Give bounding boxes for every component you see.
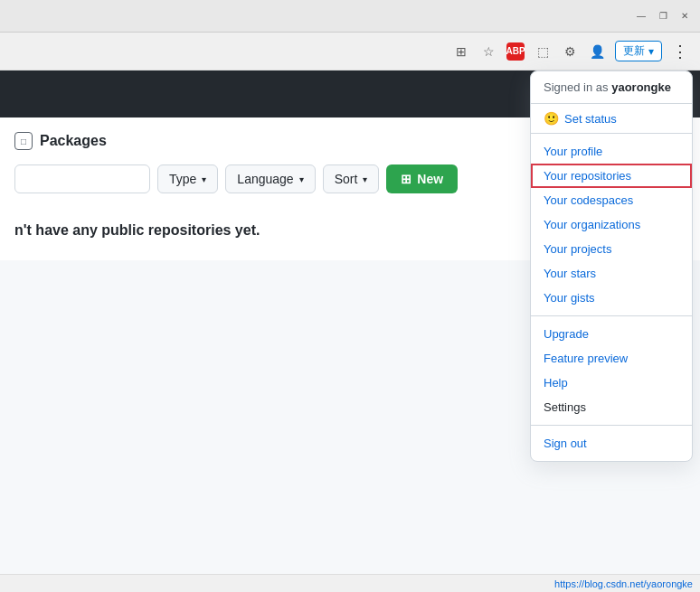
your-gists-link[interactable]: Your gists <box>531 286 692 310</box>
close-button[interactable]: ✕ <box>676 8 693 24</box>
nav-section-1: Your profile Your repositories Your code… <box>531 134 692 316</box>
account-icon[interactable]: 👤 <box>588 42 606 61</box>
type-chevron-icon: ▾ <box>202 174 206 184</box>
browser-chrome: — ❐ ✕ <box>0 0 700 33</box>
status-url: https://blog.csdn.net/yaorongke <box>554 578 693 589</box>
packages-label: Packages <box>40 133 107 149</box>
packages-icon: □ <box>14 132 33 150</box>
feature-preview-link[interactable]: Feature preview <box>531 346 692 371</box>
signout-section: Sign out <box>531 426 692 461</box>
your-repositories-link[interactable]: Your repositories <box>531 164 692 188</box>
set-status-button[interactable]: 🙂 Set status <box>531 104 692 134</box>
update-button[interactable]: 更新 ▾ <box>615 41 662 61</box>
cast-icon[interactable]: ⬚ <box>534 42 552 61</box>
browser-toolbar: ⊞ ☆ ABP ⬚ ⚙ 👤 更新 ▾ ⋮ <box>0 33 700 70</box>
update-chevron-icon: ▾ <box>648 45 654 58</box>
star-icon[interactable]: ☆ <box>479 42 497 61</box>
filter-input[interactable] <box>14 164 150 193</box>
smiley-icon: 🙂 <box>544 111 559 126</box>
signed-in-status: Signed in as yaorongke <box>531 71 692 104</box>
status-bar: https://blog.csdn.net/yaorongke <box>0 574 700 592</box>
new-icon: ⊞ <box>401 172 411 186</box>
sort-chevron-icon: ▾ <box>363 174 367 184</box>
menu-dots-icon[interactable]: ⋮ <box>671 42 689 61</box>
upgrade-link[interactable]: Upgrade <box>531 322 692 346</box>
your-organizations-link[interactable]: Your organizations <box>531 212 692 237</box>
extensions-icon[interactable]: ⚙ <box>561 42 579 61</box>
your-codespaces-link[interactable]: Your codespaces <box>531 188 692 212</box>
abp-icon[interactable]: ABP <box>506 42 525 61</box>
type-filter-button[interactable]: Type ▾ <box>157 164 218 193</box>
user-dropdown-menu: Signed in as yaorongke 🙂 Set status Your… <box>530 70 693 462</box>
help-link[interactable]: Help <box>531 371 692 395</box>
sort-filter-button[interactable]: Sort ▾ <box>323 164 380 193</box>
translate-icon[interactable]: ⊞ <box>452 42 470 61</box>
sign-out-button[interactable]: Sign out <box>531 431 692 456</box>
minimize-button[interactable]: — <box>633 8 649 24</box>
your-profile-link[interactable]: Your profile <box>531 139 692 164</box>
language-chevron-icon: ▾ <box>299 174 304 184</box>
language-filter-button[interactable]: Language ▾ <box>225 164 315 193</box>
nav-section-2: Upgrade Feature preview Help Settings <box>531 316 692 426</box>
your-projects-link[interactable]: Your projects <box>531 237 692 261</box>
restore-button[interactable]: ❐ <box>655 8 671 24</box>
new-repository-button[interactable]: ⊞ New <box>386 164 458 193</box>
settings-link[interactable]: Settings <box>531 395 692 419</box>
your-stars-link[interactable]: Your stars <box>531 261 692 286</box>
